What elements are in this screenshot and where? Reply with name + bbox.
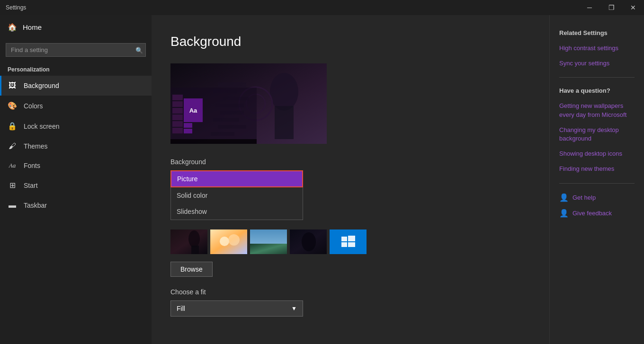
option-solid-label: Solid color <box>177 192 207 199</box>
dropdown-options-list: Solid color Slideshow <box>170 187 303 220</box>
svg-rect-27 <box>348 242 355 247</box>
taskbar-icon: ▬ <box>8 201 17 210</box>
minimize-button[interactable]: ─ <box>579 0 600 15</box>
preview-container: Aa <box>170 63 327 144</box>
thumbnail-row <box>170 229 530 254</box>
thumb-3-img <box>250 229 287 254</box>
divider-2 <box>559 183 635 184</box>
thumb-1[interactable] <box>170 229 207 254</box>
browse-button[interactable]: Browse <box>170 262 213 277</box>
home-label: Home <box>23 23 42 31</box>
search-button[interactable]: 🔍 <box>135 46 143 53</box>
change-bg-link[interactable]: Changing my desktop background <box>559 126 635 143</box>
thumb-4[interactable] <box>290 229 327 254</box>
dropdown-option-slideshow[interactable]: Slideshow <box>171 203 303 220</box>
preview-tiles-left <box>172 95 183 133</box>
thumb-2[interactable] <box>210 229 247 254</box>
background-dropdown: Picture Solid color Slideshow <box>170 170 303 220</box>
sidebar-item-label: Themes <box>24 142 48 150</box>
dropdown-selected-option[interactable]: Picture <box>170 170 303 187</box>
give-feedback-label: Give feedback <box>572 210 612 217</box>
sidebar-item-background[interactable]: 🖼 Background <box>0 76 152 96</box>
start-icon: ⊞ <box>8 181 17 190</box>
sidebar-item-themes[interactable]: 🖌 Themes <box>0 136 152 156</box>
sidebar-home[interactable]: 🏠 Home <box>0 15 152 39</box>
thumb-1-img <box>170 229 207 254</box>
get-help-label: Get help <box>572 194 596 201</box>
colors-icon: 🎨 <box>8 101 17 110</box>
svg-rect-25 <box>348 236 355 241</box>
sidebar-item-label: Colors <box>24 102 43 110</box>
wallpapers-link[interactable]: Getting new wallpapers every day from Mi… <box>559 102 635 119</box>
svg-point-17 <box>220 237 229 246</box>
svg-rect-15 <box>191 246 199 254</box>
sidebar-search-container: 🔍 <box>6 43 146 57</box>
preview-mini-taskbar <box>170 139 257 144</box>
feedback-icon: 👤 <box>559 209 569 218</box>
sidebar-item-label: Start <box>24 182 38 189</box>
svg-point-18 <box>228 234 240 246</box>
give-feedback-link[interactable]: 👤 Give feedback <box>559 209 635 218</box>
have-question-title: Have a question? <box>559 87 635 94</box>
chevron-down-icon: ▼ <box>291 305 297 312</box>
desktop-icons-link[interactable]: Showing desktop icons <box>559 150 635 158</box>
sidebar-item-taskbar[interactable]: ▬ Taskbar <box>0 195 152 215</box>
preview-tiles-container: Aa <box>170 93 257 139</box>
sidebar-item-label: Fonts <box>24 162 40 169</box>
svg-rect-24 <box>341 237 347 241</box>
right-panel: Related Settings High contrast settings … <box>549 15 644 344</box>
svg-rect-2 <box>275 106 294 139</box>
fonts-icon: Aa <box>8 162 17 169</box>
preview-desktop: Aa <box>170 88 257 144</box>
thumb-5[interactable] <box>330 229 367 254</box>
finding-themes-link[interactable]: Finding new themes <box>559 165 635 173</box>
lock-screen-icon: 🔒 <box>8 122 17 131</box>
background-icon: 🖼 <box>8 81 17 90</box>
sidebar-item-label: Lock screen <box>24 123 59 130</box>
sidebar-section-label: Personalization <box>0 62 152 76</box>
sidebar-item-colors[interactable]: 🎨 Colors <box>0 96 152 116</box>
sidebar-item-fonts[interactable]: Aa Fonts <box>0 156 152 175</box>
thumb-3[interactable] <box>250 229 287 254</box>
page-title: Background <box>170 34 530 49</box>
home-icon: 🏠 <box>8 23 17 32</box>
app-title: Settings <box>6 4 26 11</box>
choose-fit-label: Choose a fit <box>170 288 530 296</box>
fit-dropdown[interactable]: Fill ▼ <box>170 300 303 317</box>
option-slideshow-label: Slideshow <box>177 208 207 215</box>
thumb-5-img <box>330 229 367 254</box>
sidebar-item-label: Background <box>24 82 59 89</box>
fit-selected-text: Fill <box>177 305 185 312</box>
svg-rect-20 <box>250 244 287 254</box>
svg-rect-5 <box>218 82 246 87</box>
svg-rect-23 <box>330 229 367 254</box>
sidebar-item-label: Taskbar <box>24 202 47 209</box>
divider <box>559 77 635 78</box>
sidebar-item-start[interactable]: ⊞ Start <box>0 175 152 195</box>
thumb-4-img <box>290 229 327 254</box>
maximize-button[interactable]: ❐ <box>600 0 622 15</box>
svg-point-22 <box>302 232 316 251</box>
window-controls: ─ ❐ ✕ <box>579 0 644 15</box>
svg-rect-26 <box>341 242 347 247</box>
main-content: Background <box>152 15 549 344</box>
preview-aa-tiles: Aa <box>184 98 203 133</box>
related-settings-title: Related Settings <box>559 29 635 36</box>
sidebar: 🏠 Home 🔍 Personalization 🖼 Background 🎨 … <box>0 15 152 344</box>
help-icon: 👤 <box>559 193 569 202</box>
svg-point-1 <box>270 73 298 111</box>
dropdown-selected-text: Picture <box>177 175 198 183</box>
dropdown-option-solid[interactable]: Solid color <box>171 187 303 203</box>
thumb-2-img <box>210 229 247 254</box>
sync-settings-link[interactable]: Sync your settings <box>559 59 635 68</box>
background-section-label: Background <box>170 158 530 166</box>
get-help-link[interactable]: 👤 Get help <box>559 193 635 202</box>
sidebar-item-lock-screen[interactable]: 🔒 Lock screen <box>0 116 152 136</box>
high-contrast-link[interactable]: High contrast settings <box>559 44 635 53</box>
themes-icon: 🖌 <box>8 142 17 150</box>
close-button[interactable]: ✕ <box>622 0 644 15</box>
search-input[interactable] <box>6 43 146 57</box>
svg-point-14 <box>188 230 200 247</box>
app-body: 🏠 Home 🔍 Personalization 🖼 Background 🎨 … <box>0 15 644 344</box>
title-bar: Settings ─ ❐ ✕ <box>0 0 644 15</box>
